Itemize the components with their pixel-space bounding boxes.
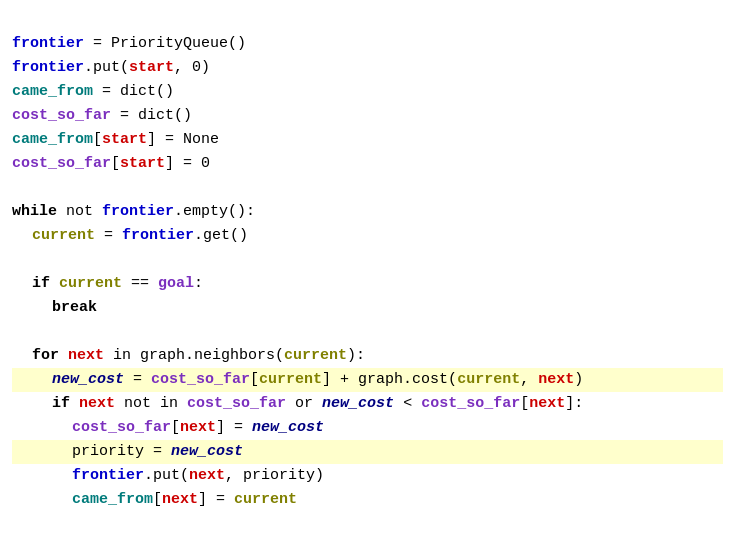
code-line-18: priority = new_cost xyxy=(12,440,723,464)
code-line-2: frontier.put(start, 0) xyxy=(12,56,723,80)
code-line-6: cost_so_far[start] = 0 xyxy=(12,152,723,176)
code-line-19: frontier.put(next, priority) xyxy=(12,464,723,488)
code-line-12: break xyxy=(12,296,723,320)
code-line-20: came_from[next] = current xyxy=(12,488,723,512)
code-line-13 xyxy=(12,320,723,344)
code-line-10 xyxy=(12,248,723,272)
code-line-3: came_from = dict() xyxy=(12,80,723,104)
code-line-8: while not frontier.empty(): xyxy=(12,200,723,224)
code-line-7 xyxy=(12,176,723,200)
code-line-16: if next not in cost_so_far or new_cost <… xyxy=(12,392,723,416)
code-line-14: for next in graph.neighbors(current): xyxy=(12,344,723,368)
code-line-17: cost_so_far[next] = new_cost xyxy=(12,416,723,440)
code-line-15: new_cost = cost_so_far[current] + graph.… xyxy=(12,368,723,392)
code-line-1: frontier = PriorityQueue() xyxy=(12,32,723,56)
code-line-4: cost_so_far = dict() xyxy=(12,104,723,128)
code-line-11: if current == goal: xyxy=(12,272,723,296)
code-line-5: came_from[start] = None xyxy=(12,128,723,152)
code-block: frontier = PriorityQueue()frontier.put(s… xyxy=(12,8,723,512)
code-line-9: current = frontier.get() xyxy=(12,224,723,248)
